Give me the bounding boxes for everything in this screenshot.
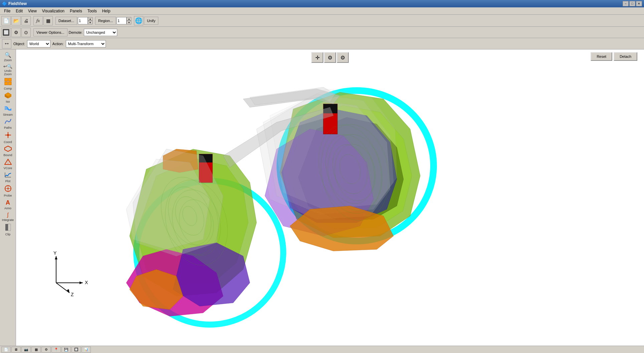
vcore-label: VCore	[4, 166, 12, 170]
sidebar-item-clip[interactable]: Clip	[1, 223, 15, 237]
minimize-button[interactable]: −	[623, 1, 629, 6]
sidebar-item-iso[interactable]: Iso	[1, 91, 15, 104]
sidebar-item-paths[interactable]: Paths	[1, 117, 15, 130]
sidebar-item-coord[interactable]: Coord	[1, 130, 15, 145]
demote-select[interactable]: Unchanged Changed All	[84, 29, 117, 36]
vp-move-button[interactable]: ✛	[311, 52, 323, 63]
integrate-icon: ∫	[7, 212, 8, 218]
sidebar-item-integrate[interactable]: ∫ Integrate	[1, 211, 15, 223]
status-btn-1[interactable]: 📄	[1, 347, 11, 353]
bound-label: Bound	[3, 153, 12, 157]
separator1	[31, 16, 33, 25]
sidebar-item-anno[interactable]: A Anno	[1, 198, 15, 211]
statusbar: 📄 🖥 📷 ▦ ⚙ 📍 💾 🔲 📊	[0, 346, 644, 353]
object-select[interactable]: World Selected	[27, 40, 50, 47]
probe-icon	[4, 185, 12, 194]
clip-label: Clip	[5, 233, 11, 236]
region-down[interactable]: ▼	[127, 21, 131, 24]
sidebar-item-bound[interactable]: Bound	[1, 145, 15, 158]
dataset-button[interactable]: Dataset...	[55, 17, 77, 25]
titlebar: 🔷 FieldView − □ ✕	[0, 0, 644, 7]
iso-icon	[4, 92, 12, 100]
status-btn-4[interactable]: ▦	[31, 347, 41, 353]
sidebar-item-comp[interactable]: Comp	[1, 77, 15, 91]
dataset-input-group: ▲ ▼	[78, 17, 93, 24]
menu-panels[interactable]: Panels	[67, 8, 85, 14]
demote-label: Demote:	[68, 30, 84, 34]
separator4	[132, 16, 133, 25]
separator5	[31, 28, 33, 37]
region-button[interactable]: Region...	[95, 17, 116, 25]
tb3-move-icon[interactable]: ↔	[2, 39, 11, 48]
sidebar-item-stream[interactable]: Stream	[1, 104, 15, 117]
zoom-icon: 🔍	[5, 52, 11, 58]
status-btn-8[interactable]: 🔲	[71, 347, 81, 353]
svg-rect-0	[5, 78, 8, 81]
action-select[interactable]: Multi-Transform Rotate Translate Scale	[66, 40, 106, 47]
status-btn-6[interactable]: 📍	[51, 347, 61, 353]
calc-button[interactable]: 𝑓𝑥	[33, 16, 43, 25]
svg-rect-1	[8, 78, 11, 81]
menu-visualization[interactable]: Visualization	[39, 8, 67, 14]
reset-button[interactable]: Reset	[591, 52, 612, 61]
sidebar-item-probe[interactable]: Probe	[1, 184, 15, 198]
maximize-button[interactable]: □	[629, 1, 635, 6]
app-title: 🔷 FieldView	[2, 1, 27, 6]
menu-tools[interactable]: Tools	[85, 8, 100, 14]
main-area: 🔍 Zoom ↩🔍 UndoZoom Comp	[0, 49, 644, 346]
app-icon: 🔷	[2, 1, 7, 6]
stream-label: Stream	[3, 113, 13, 116]
stream-icon	[4, 105, 12, 113]
vp-gear-button[interactable]: ⚙	[324, 52, 336, 63]
sidebar: 🔍 Zoom ↩🔍 UndoZoom Comp	[0, 49, 16, 346]
sidebar-item-zoom[interactable]: 🔍 Zoom	[1, 51, 15, 63]
region-input[interactable]	[117, 17, 127, 24]
print-button[interactable]: 🖨	[21, 16, 31, 25]
toolbar2: 🔲 ⚙ ⊙ Viewer Options... Demote: Unchange…	[0, 27, 644, 38]
undo-zoom-label: UndoZoom	[4, 69, 12, 76]
sidebar-item-plot[interactable]: Plot	[1, 171, 15, 184]
dataset-down[interactable]: ▼	[88, 21, 93, 24]
open-button[interactable]: 📂	[11, 16, 21, 25]
globe-button[interactable]: 🌐	[134, 16, 143, 25]
bound-icon	[4, 146, 12, 153]
plot-label: Plot	[5, 180, 11, 183]
separator3	[93, 16, 95, 25]
toolbar1: 📄 📂 🖨 𝑓𝑥 ▦ Dataset... ▲ ▼ Region... ▲ ▼ …	[0, 15, 644, 27]
close-button[interactable]: ✕	[636, 1, 642, 6]
paths-icon	[4, 118, 12, 126]
tb2-icon1[interactable]: 🔲	[1, 28, 11, 37]
3d-visualization: X Y Z	[16, 49, 644, 346]
svg-text:Y: Y	[53, 250, 57, 256]
dataset-up[interactable]: ▲	[88, 17, 93, 21]
menu-edit[interactable]: Edit	[13, 8, 25, 14]
vp-settings-button[interactable]: ⚙	[337, 52, 349, 63]
status-btn-2[interactable]: 🖥	[11, 347, 21, 353]
status-btn-7[interactable]: 💾	[61, 347, 71, 353]
sidebar-item-vcore[interactable]: VCore	[1, 158, 15, 171]
dataset-spinner: ▲ ▼	[88, 17, 93, 24]
anno-label: Anno	[4, 207, 11, 210]
region-up[interactable]: ▲	[127, 17, 131, 21]
status-btn-3[interactable]: 📷	[21, 347, 31, 353]
tb2-icon2[interactable]: ⚙	[11, 28, 21, 37]
menu-file[interactable]: File	[1, 8, 13, 14]
svg-marker-4	[10, 119, 11, 120]
status-btn-9[interactable]: 📊	[82, 347, 91, 353]
dataset-input[interactable]	[78, 17, 88, 24]
sidebar-item-undo-zoom[interactable]: ↩🔍 UndoZoom	[1, 63, 15, 77]
menu-help[interactable]: Help	[100, 8, 113, 14]
svg-rect-17	[8, 224, 11, 231]
detach-button[interactable]: Detach	[614, 52, 637, 61]
viewer-options-button[interactable]: Viewer Options...	[33, 28, 67, 36]
unify-button[interactable]: Unify	[144, 17, 158, 25]
status-btn-5[interactable]: ⚙	[41, 347, 51, 353]
viewport[interactable]: ✛ ⚙ ⚙ Reset Detach	[16, 49, 644, 346]
menu-view[interactable]: View	[25, 8, 39, 14]
paths-label: Paths	[4, 126, 12, 129]
grid-button[interactable]: ▦	[43, 16, 53, 25]
tb2-icon3[interactable]: ⊙	[21, 28, 31, 37]
svg-point-7	[7, 134, 9, 136]
new-button[interactable]: 📄	[1, 16, 11, 25]
probe-label: Probe	[4, 194, 12, 197]
